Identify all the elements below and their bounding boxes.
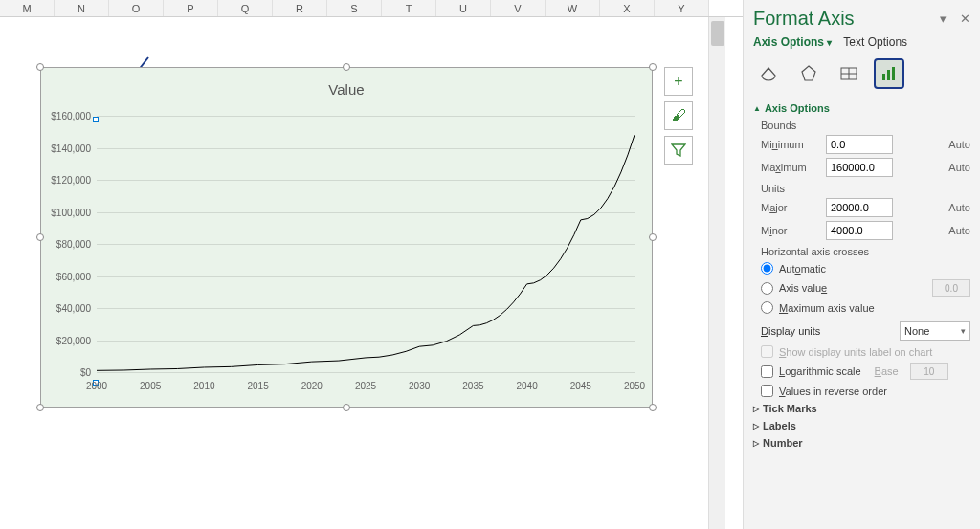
log-base-input [910, 363, 948, 380]
chart-title[interactable]: Value [41, 68, 652, 105]
resize-handle[interactable] [36, 233, 44, 241]
col-header[interactable]: W [546, 0, 600, 16]
col-header[interactable]: O [109, 0, 164, 16]
resize-handle[interactable] [36, 63, 44, 71]
col-header[interactable]: Y [655, 0, 709, 16]
show-units-label: Show display units label on chart [779, 346, 932, 358]
minor-input[interactable] [826, 221, 893, 240]
x-axis-label: 2050 [624, 381, 645, 391]
funnel-icon [671, 143, 686, 158]
axis-value-input [932, 279, 970, 297]
chevron-down-icon: ▾ [961, 326, 966, 336]
minimum-label: Minimum [761, 139, 820, 150]
svg-rect-5 [882, 74, 885, 80]
size-properties-icon[interactable] [834, 58, 864, 89]
radio-automatic-label: Automatic [779, 263, 826, 275]
col-header[interactable]: S [327, 0, 382, 16]
section-number[interactable]: ▷Number [753, 437, 970, 449]
resize-handle[interactable] [649, 63, 657, 71]
svg-rect-7 [892, 67, 895, 80]
resize-handle[interactable] [649, 404, 657, 411]
chevron-down-icon: ▾ [827, 37, 832, 48]
x-axis-label: 2000 [86, 381, 107, 391]
crosses-label: Horizontal axis crosses [761, 246, 970, 257]
chart-styles-button[interactable]: 🖌 [664, 101, 693, 130]
chart-elements-button[interactable]: + [664, 67, 693, 96]
chart-series-line[interactable] [97, 116, 635, 372]
major-label: Major [761, 202, 820, 213]
maximum-auto-button[interactable]: Auto [948, 162, 970, 173]
major-input[interactable] [826, 198, 893, 217]
col-header[interactable]: M [0, 0, 55, 16]
resize-handle[interactable] [343, 404, 350, 411]
minor-label: Minor [761, 225, 820, 236]
triangle-right-icon: ▷ [753, 439, 759, 448]
section-axis-options[interactable]: ▲Axis Options [753, 102, 970, 114]
log-scale-checkbox[interactable] [761, 365, 773, 378]
col-header[interactable]: P [164, 0, 218, 16]
resize-handle[interactable] [36, 404, 44, 411]
panel-options-icon[interactable]: ▾ [940, 11, 947, 26]
triangle-right-icon: ▷ [753, 422, 759, 430]
radio-automatic[interactable] [761, 262, 773, 275]
resize-handle[interactable] [343, 63, 350, 71]
chart-filters-button[interactable] [664, 136, 693, 165]
radio-max-axis[interactable] [761, 301, 773, 314]
col-header[interactable]: Q [218, 0, 273, 16]
y-axis-label: $100,000 [47, 207, 91, 217]
show-units-checkbox [761, 345, 773, 358]
x-axis-label: 2005 [140, 381, 161, 391]
x-axis-label: 2020 [301, 381, 323, 391]
col-header[interactable]: V [491, 0, 546, 16]
units-label: Units [761, 183, 970, 194]
y-axis-label: $140,000 [47, 143, 91, 153]
log-scale-label: Logarithmic scale [779, 365, 861, 377]
tab-text-options[interactable]: Text Options [843, 35, 907, 49]
minimum-auto-button[interactable]: Auto [948, 139, 970, 150]
minor-auto-button[interactable]: Auto [948, 225, 970, 236]
log-base-label: Base [875, 365, 899, 377]
col-header[interactable]: X [600, 0, 655, 16]
y-axis-label: $80,000 [47, 239, 91, 250]
resize-handle[interactable] [649, 233, 657, 241]
x-axis-label: 2035 [462, 381, 483, 391]
chart-floating-buttons: + 🖌 [664, 67, 693, 165]
triangle-right-icon: ▷ [753, 405, 759, 413]
panel-title: Format Axis [753, 8, 855, 30]
vertical-scrollbar[interactable] [708, 17, 725, 529]
triangle-down-icon: ▲ [753, 104, 761, 113]
fill-line-icon[interactable] [753, 58, 784, 89]
col-header[interactable]: U [436, 0, 491, 16]
close-icon[interactable]: ✕ [960, 11, 970, 26]
tab-axis-options[interactable]: Axis Options ▾ [753, 35, 832, 49]
maximum-label: Maximum [761, 162, 820, 173]
axis-options-icon[interactable] [874, 58, 904, 89]
y-axis-label: $160,000 [47, 111, 91, 121]
reverse-order-checkbox[interactable] [761, 385, 773, 397]
minimum-input[interactable] [826, 135, 893, 154]
reverse-order-label: Values in reverse order [779, 386, 887, 397]
brush-icon: 🖌 [671, 107, 686, 124]
radio-axis-value[interactable] [761, 282, 773, 295]
maximum-input[interactable] [826, 158, 893, 177]
worksheet-area[interactable]: Value $160,000 $140,000 $120,000 $100,00… [0, 17, 725, 529]
section-tick-marks[interactable]: ▷Tick Marks [753, 403, 970, 414]
major-auto-button[interactable]: Auto [948, 202, 970, 213]
radio-max-axis-label: Maximum axis value [779, 302, 875, 314]
x-axis-label: 2030 [409, 381, 430, 391]
plot-area[interactable]: $160,000 $140,000 $120,000 $100,000 $80,… [97, 116, 635, 372]
scrollbar-thumb[interactable] [711, 21, 724, 46]
chart-object[interactable]: Value $160,000 $140,000 $120,000 $100,00… [40, 67, 653, 408]
y-axis-label: $120,000 [47, 175, 91, 186]
format-axis-panel: Format Axis ▾ ✕ Axis Options ▾ Text Opti… [743, 0, 980, 529]
col-header[interactable]: R [273, 0, 327, 16]
col-header[interactable]: N [55, 0, 109, 16]
display-units-select[interactable]: None▾ [900, 321, 970, 341]
effects-icon[interactable] [793, 58, 824, 89]
y-axis-label: $0 [47, 367, 91, 378]
col-header[interactable]: T [382, 0, 436, 16]
svg-marker-1 [802, 66, 815, 80]
radio-axis-value-label: Axis value [779, 282, 827, 294]
svg-rect-6 [887, 70, 890, 80]
section-labels[interactable]: ▷Labels [753, 420, 970, 431]
